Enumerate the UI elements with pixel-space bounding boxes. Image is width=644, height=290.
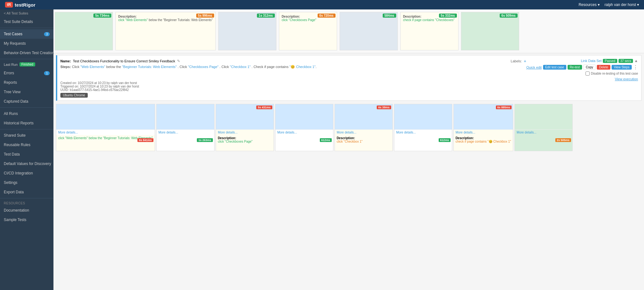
ss-bottom-card-3[interactable]: More details... 5s 431ms Description: cl… [216, 104, 274, 151]
time-badge-7: 6s 509ms [500, 14, 518, 18]
screenshot-card-1[interactable]: 5s 734ms [55, 12, 113, 50]
errors-label: Errors [4, 71, 14, 75]
desc-text-6: check if page contains "Checkboxes" [403, 18, 455, 22]
reports-item[interactable]: Reports [0, 78, 53, 87]
captured-data-item[interactable]: Captured Data [0, 97, 53, 106]
desc-label-4: Description: [282, 15, 300, 18]
export-data-item[interactable]: Export Data [0, 187, 53, 197]
my-requests-item[interactable]: My Requests [0, 39, 53, 48]
ss-bottom-card-7[interactable]: More details... 6s 885ms Description: ch… [453, 104, 513, 151]
test-case-name: Test Checkboxes Functionality to Ensure … [73, 59, 175, 63]
ss-bottom-card-6[interactable]: More details... 612ms [394, 104, 452, 151]
screenshot-card-4[interactable]: 6s 720ms Description: click "Checkboxes … [279, 12, 337, 50]
screenshot-card-5[interactable]: 584ms [340, 12, 398, 50]
header-right-col: Link Data Set Passed 37 secs ▲ Quick edi… [526, 59, 638, 81]
test-cases-badge: 3 [44, 32, 50, 36]
more-details-8[interactable]: More details... [515, 129, 572, 135]
edit-test-btn[interactable]: Edit test case [543, 65, 566, 70]
ss-bottom-card-5[interactable]: More details... 6s 38ms Description: cli… [335, 104, 393, 151]
ss-bottom-card-8[interactable]: More details... 2s 505ms [514, 104, 573, 151]
more-details-7[interactable]: More details... [454, 129, 513, 135]
shared-suite-item[interactable]: Shared Suite [0, 131, 53, 140]
link-data-set-btn[interactable]: Link Data Set [581, 59, 602, 63]
copy-btn[interactable]: Copy [583, 65, 596, 70]
desc-text-4: click "Checkboxes Page" [282, 18, 316, 22]
ss-bottom-card-1[interactable]: More details... 6s 841ms click "Web Elem… [56, 104, 155, 151]
sample-tests-item[interactable]: Sample Tests [0, 215, 53, 225]
top-screenshot-strip: 5s 734ms 5s 996ms Description: click "We… [53, 9, 644, 53]
more-details-3[interactable]: More details... [216, 129, 274, 135]
logo-text: testRigor [15, 2, 36, 8]
triggered-on: Triggered on: 10/27/2024 at 10:23 by ral… [60, 85, 638, 88]
created-on: Created on: 10/27/2024 at 10:23 by ralph… [60, 81, 638, 85]
more-details-4[interactable]: More details... [275, 129, 333, 135]
test-cases-label: Test Cases [4, 32, 22, 36]
time-badge-6: 5s 332ms [439, 14, 457, 18]
reusable-rules-item[interactable]: Reusable Rules [0, 140, 53, 150]
desc-label-6: Description: [403, 15, 421, 18]
desc-label-2: Description: [118, 15, 136, 18]
view-execution-link[interactable]: View execution [615, 77, 638, 81]
errors-item[interactable]: Errors 1 [0, 68, 53, 78]
name-label: Name: [60, 59, 71, 63]
last-run-label: Last Run [4, 63, 18, 66]
more-details-1[interactable]: More details... [56, 129, 155, 135]
all-runs-item[interactable]: All Runs [0, 109, 53, 118]
user-menu[interactable]: ralph van der horst ▾ [605, 3, 639, 7]
screenshot-card-6[interactable]: 5s 332ms Description: check if page cont… [400, 12, 458, 50]
resources-section-label: Resources [0, 200, 53, 206]
time-badge-1: 5s 734ms [93, 14, 111, 18]
more-details-5[interactable]: More details... [335, 129, 392, 135]
time-badge-2: 5s 996ms [196, 14, 214, 18]
edit-name-icon[interactable]: ✎ [177, 59, 180, 63]
documentation-item[interactable]: Documentation [0, 206, 53, 215]
expand-icon[interactable]: ▲ [634, 59, 638, 63]
desc-text-2: click "Web Elements" [118, 18, 148, 22]
labels-label: Labels: [511, 59, 522, 63]
time-badge-4: 6s 720ms [318, 14, 336, 18]
all-suites-link[interactable]: < All Test Suites [0, 9, 53, 17]
quick-edit-link[interactable]: Quick edit [526, 65, 542, 69]
default-values-item[interactable]: Default Values for Discovery [0, 159, 53, 168]
add-label-btn[interactable]: + [524, 59, 526, 64]
test-case-detail-panel: Name: Test Checkboxes Functionality to E… [56, 55, 641, 101]
more-details-2[interactable]: More details... [157, 129, 214, 135]
ss-bottom-card-2[interactable]: More details... 1s 263ms [156, 104, 214, 151]
disable-retest-label: Disable re-testing of this test case [591, 72, 638, 75]
tree-view-item[interactable]: Tree View [0, 87, 53, 97]
logo[interactable]: tR testRigor [5, 2, 36, 8]
cicd-item[interactable]: CI/CD Integration [0, 168, 53, 178]
screenshot-card-2[interactable]: 5s 996ms Description: click "Web Element… [115, 12, 216, 50]
test-data-item[interactable]: Test Data [0, 150, 53, 159]
errors-badge: 1 [44, 71, 50, 75]
settings-item[interactable]: Settings [0, 178, 53, 187]
uuid: UUID: b1aad377-5415-4ae1-94bd-c676ac22f8… [60, 88, 638, 92]
screenshot-card-3[interactable]: 1s 312ms [218, 12, 276, 50]
passed-badge: Passed [603, 59, 617, 63]
test-cases-item[interactable]: Test Cases 3 [0, 29, 53, 39]
disable-retest-checkbox[interactable] [586, 71, 590, 76]
platform-badge: Ubuntu Chrome [60, 93, 88, 98]
last-run-status-badge: Finished [19, 62, 35, 66]
test-suite-details[interactable]: Test Suite Details [0, 17, 53, 26]
more-details-6[interactable]: More details... [394, 129, 452, 135]
resources-menu[interactable]: Resources ▾ [579, 3, 600, 7]
re-test-btn[interactable]: Re-test [568, 65, 582, 70]
view-steps-btn[interactable]: View Steps [612, 65, 632, 70]
steps-line: Steps: Click "Web Elements" below the "B… [60, 65, 526, 69]
time-badge-detail: 37 secs [619, 59, 633, 63]
time-badge-5: 584ms [383, 14, 396, 18]
behavior-driven-item[interactable]: Behavior-Driven Test Creation [0, 48, 53, 58]
bottom-screenshot-strip: More details... 6s 841ms click "Web Elem… [53, 103, 644, 152]
historical-reports-item[interactable]: Historical Reports [0, 118, 53, 128]
three-dots-menu[interactable]: ⋮ [633, 64, 638, 70]
screenshot-card-7[interactable]: 6s 509ms [461, 12, 519, 50]
time-badge-3: 1s 312ms [257, 14, 275, 18]
logo-icon: tR [5, 2, 13, 8]
ss-bottom-card-4[interactable]: More details... 612ms [275, 104, 333, 151]
delete-btn[interactable]: Delete [597, 65, 610, 70]
